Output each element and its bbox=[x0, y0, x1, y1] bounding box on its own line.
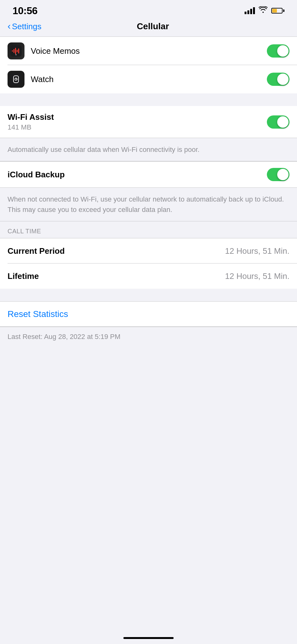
reset-statistics-button[interactable]: Reset Statistics bbox=[0, 302, 297, 327]
current-period-value: 12 Hours, 51 Min. bbox=[225, 246, 289, 256]
home-indicator-area bbox=[0, 347, 297, 384]
icloud-backup-section: iCloud Backup When not connected to Wi-F… bbox=[0, 161, 297, 221]
status-bar: 10:56 bbox=[0, 0, 297, 19]
wifi-assist-description: Automatically use cellular data when Wi-… bbox=[0, 138, 297, 161]
reset-statistics-section: Reset Statistics bbox=[0, 301, 297, 327]
back-chevron-icon: ‹ bbox=[8, 21, 11, 31]
lifetime-row: Lifetime 12 Hours, 51 Min. bbox=[0, 264, 297, 289]
current-period-label: Current Period bbox=[8, 246, 65, 256]
section-separator-1 bbox=[0, 93, 297, 106]
navigation-bar: ‹ Settings Cellular bbox=[0, 19, 297, 37]
battery-icon bbox=[271, 8, 284, 14]
status-icons bbox=[245, 6, 284, 15]
current-period-row: Current Period 12 Hours, 51 Min. bbox=[0, 238, 297, 264]
wifi-assist-text: Wi-Fi Assist 141 MB bbox=[8, 112, 267, 131]
toggle-knob bbox=[277, 45, 289, 57]
call-time-header: CALL TIME bbox=[0, 221, 297, 238]
svg-rect-4 bbox=[17, 50, 18, 52]
wifi-assist-toggle[interactable] bbox=[267, 115, 289, 129]
svg-point-6 bbox=[15, 54, 17, 55]
call-time-section: CALL TIME Current Period 12 Hours, 51 Mi… bbox=[0, 221, 297, 289]
apps-list: Voice Memos Watch bbox=[0, 37, 297, 93]
last-reset-row: Last Reset: Aug 28, 2022 at 5:19 PM bbox=[0, 327, 297, 347]
toggle-knob bbox=[277, 74, 289, 85]
toggle-knob bbox=[277, 116, 289, 128]
voice-memos-row[interactable]: Voice Memos bbox=[0, 37, 297, 65]
icloud-backup-toggle[interactable] bbox=[267, 168, 289, 181]
svg-rect-3 bbox=[15, 48, 16, 54]
icloud-backup-label: iCloud Backup bbox=[8, 170, 267, 180]
wifi-assist-row[interactable]: Wi-Fi Assist 141 MB bbox=[0, 106, 297, 138]
lifetime-value: 12 Hours, 51 Min. bbox=[225, 271, 289, 281]
watch-icon bbox=[8, 71, 24, 88]
wifi-assist-usage: 141 MB bbox=[8, 123, 267, 131]
home-indicator bbox=[123, 637, 174, 639]
wifi-icon bbox=[259, 6, 267, 15]
voice-memos-toggle[interactable] bbox=[267, 44, 289, 58]
call-time-group: Current Period 12 Hours, 51 Min. Lifetim… bbox=[0, 238, 297, 289]
reset-statistics-label: Reset Statistics bbox=[8, 309, 68, 319]
lifetime-label: Lifetime bbox=[8, 271, 39, 281]
voice-memos-icon bbox=[8, 42, 24, 59]
back-button[interactable]: ‹ Settings bbox=[8, 22, 41, 31]
last-reset-text: Last Reset: Aug 28, 2022 at 5:19 PM bbox=[8, 333, 121, 341]
wifi-assist-section: Wi-Fi Assist 141 MB Automatically use ce… bbox=[0, 106, 297, 161]
wifi-assist-title: Wi-Fi Assist bbox=[8, 112, 267, 122]
voice-memos-label: Voice Memos bbox=[31, 46, 267, 56]
status-time: 10:56 bbox=[13, 5, 37, 17]
icloud-backup-description: When not connected to Wi-Fi, use your ce… bbox=[0, 187, 297, 221]
watch-label: Watch bbox=[31, 75, 267, 84]
svg-rect-5 bbox=[18, 48, 19, 53]
svg-rect-1 bbox=[12, 50, 13, 52]
signal-icon bbox=[245, 7, 255, 14]
page-title: Cellular bbox=[41, 21, 264, 31]
svg-rect-2 bbox=[14, 49, 14, 53]
back-label: Settings bbox=[12, 22, 41, 31]
watch-toggle[interactable] bbox=[267, 73, 289, 86]
icloud-backup-row[interactable]: iCloud Backup bbox=[0, 161, 297, 187]
toggle-knob bbox=[277, 169, 289, 180]
watch-row[interactable]: Watch bbox=[0, 65, 297, 93]
